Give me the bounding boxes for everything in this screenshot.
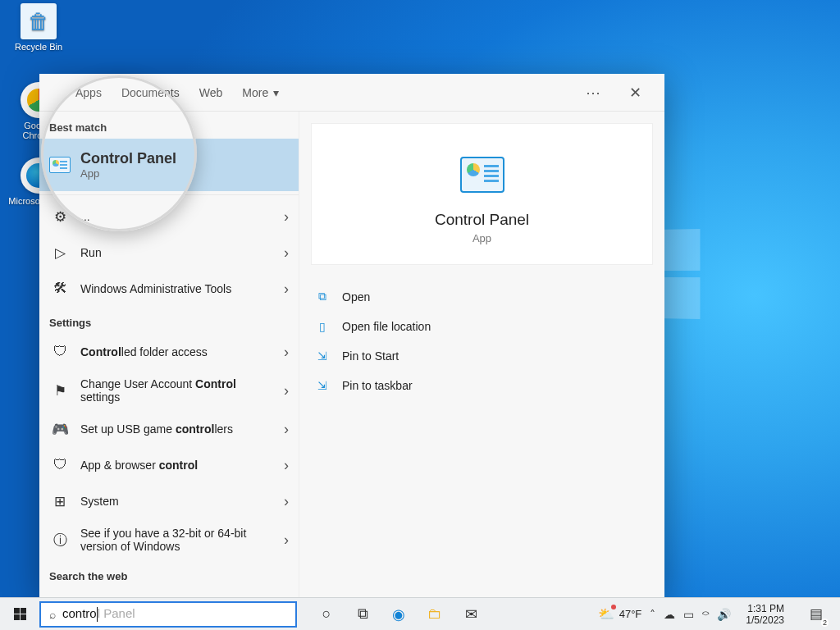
search-icon: ⌕ bbox=[49, 608, 56, 621]
result-app-run[interactable]: ▷ Run bbox=[39, 235, 299, 271]
taskbar-search-box[interactable]: ⌕ control Panel bbox=[39, 601, 297, 628]
close-button[interactable]: ✕ bbox=[622, 84, 648, 102]
preview-card: Control Panel App bbox=[311, 123, 653, 265]
tab-web[interactable]: Web bbox=[199, 74, 223, 112]
tray-network-icon[interactable]: ⌔ bbox=[702, 608, 709, 621]
tray-battery-icon[interactable]: ▭ bbox=[683, 608, 694, 621]
clock-date: 1/5/2023 bbox=[746, 614, 784, 626]
action-open-file-location[interactable]: ▯Open file location bbox=[311, 312, 653, 341]
action-pin-to-start[interactable]: ⇲Pin to Start bbox=[311, 341, 653, 371]
notification-badge: 2 bbox=[821, 619, 829, 627]
shield-icon: 🛡 bbox=[49, 341, 71, 363]
action-open[interactable]: ⧉Open bbox=[311, 281, 653, 312]
best-match-title: Control Panel bbox=[80, 150, 176, 167]
system-icon: ⊞ bbox=[49, 491, 71, 512]
chevron-right-icon bbox=[284, 457, 289, 474]
best-match-heading: Best match bbox=[39, 112, 299, 139]
result-setting[interactable]: 🎮 Set up USB game controllers bbox=[39, 411, 299, 447]
desktop-icon-recycle-bin[interactable]: Recycle Bin bbox=[8, 3, 69, 52]
tray-chevron-up-icon[interactable]: ˄ bbox=[650, 608, 655, 621]
taskbar-clock[interactable]: 1:31 PM 1/5/2023 bbox=[739, 603, 791, 626]
clock-time: 1:31 PM bbox=[746, 603, 784, 614]
control-panel-icon bbox=[49, 154, 71, 176]
chevron-right-icon bbox=[284, 344, 289, 361]
chevron-right-icon bbox=[284, 382, 289, 399]
more-options-button[interactable]: ⋯ bbox=[586, 84, 602, 102]
recycle-bin-icon bbox=[21, 3, 57, 39]
tab-documents[interactable]: Documents bbox=[121, 74, 180, 112]
desktop: Recycle Bin Gooost Chrome Microsoft Edge… bbox=[0, 0, 840, 630]
chevron-down-icon: ▾ bbox=[273, 86, 279, 99]
taskbar-task-view[interactable]: ⧉ bbox=[345, 598, 381, 630]
result-setting[interactable]: 🛡 App & browser control bbox=[39, 447, 299, 483]
start-button[interactable] bbox=[0, 598, 39, 630]
windows-logo-icon bbox=[14, 608, 26, 620]
result-setting[interactable]: 🛡 Controlled folder access bbox=[39, 334, 299, 370]
preview-title: Control Panel bbox=[336, 211, 628, 229]
chevron-right-icon bbox=[284, 421, 289, 438]
search-typed-text: contro bbox=[62, 606, 97, 620]
flag-icon: ⚑ bbox=[49, 380, 71, 401]
desktop-icon-label: Recycle Bin bbox=[8, 42, 69, 52]
result-setting[interactable]: ⚑ Change User Account Control settings bbox=[39, 370, 299, 411]
shield-icon: 🛡 bbox=[49, 454, 71, 476]
result-preview-pane: Control Panel App ⧉Open ▯Open file locat… bbox=[299, 112, 664, 597]
taskbar-weather[interactable]: ⛅ 47°F bbox=[598, 606, 642, 622]
tray-onedrive-icon[interactable]: ☁ bbox=[664, 608, 675, 621]
tools-icon: 🛠 bbox=[49, 278, 71, 299]
pin-icon: ⇲ bbox=[314, 349, 331, 363]
weather-temp: 47°F bbox=[619, 608, 642, 620]
chevron-right-icon bbox=[284, 493, 289, 510]
tab-more[interactable]: More▾ bbox=[242, 74, 279, 112]
result-setting-system[interactable]: ⊞ System bbox=[39, 483, 299, 519]
result-web[interactable]: ⌕ contro - See web results bbox=[39, 587, 299, 597]
action-center-button[interactable]: ▤ 2 bbox=[799, 598, 833, 630]
chevron-right-icon bbox=[284, 532, 289, 549]
taskbar-file-explorer[interactable]: 🗀 bbox=[417, 598, 453, 630]
tray-volume-icon[interactable]: 🔊 bbox=[717, 608, 731, 621]
action-pin-to-taskbar[interactable]: ⇲Pin to taskbar bbox=[311, 371, 653, 400]
result-best-match[interactable]: Control Panel App bbox=[39, 139, 299, 191]
settings-heading: Settings bbox=[39, 307, 299, 334]
taskbar-cortana[interactable]: ○ bbox=[308, 598, 345, 630]
run-icon: ▷ bbox=[49, 242, 71, 263]
search-web-heading: Search the web bbox=[39, 560, 299, 587]
chevron-right-icon bbox=[284, 244, 289, 262]
results-list: Best match Control Panel App ⚙ ... ▷ bbox=[39, 112, 299, 597]
controller-icon: 🎮 bbox=[49, 418, 71, 440]
chevron-right-icon bbox=[284, 281, 289, 298]
tab-apps[interactable]: Apps bbox=[75, 74, 102, 112]
open-icon: ⧉ bbox=[314, 290, 331, 304]
taskbar-mail[interactable]: ✉ bbox=[453, 598, 489, 630]
settings-icon: ⚙ bbox=[49, 206, 71, 227]
taskbar-edge[interactable]: ◉ bbox=[381, 598, 417, 630]
result-app-admin-tools[interactable]: 🛠 Windows Administrative Tools bbox=[39, 271, 299, 307]
best-match-subtitle: App bbox=[80, 167, 289, 180]
taskbar: ⌕ control Panel ○ ⧉ ◉ 🗀 ✉ ⛅ 47°F ˄ ☁ ▭ ⌔… bbox=[0, 597, 840, 630]
system-tray: ⛅ 47°F ˄ ☁ ▭ ⌔ 🔊 1:31 PM 1/5/2023 ▤ 2 bbox=[591, 598, 840, 630]
preview-subtitle: App bbox=[336, 232, 628, 244]
folder-icon: ▯ bbox=[314, 320, 331, 333]
pin-icon: ⇲ bbox=[314, 379, 331, 392]
start-search-panel: Apps Documents Web More▾ ⋯ ✕ Best match … bbox=[39, 74, 664, 597]
search-filter-tabs: Apps Documents Web More▾ ⋯ ✕ bbox=[39, 74, 664, 112]
weather-icon: ⛅ bbox=[598, 606, 614, 622]
info-icon: ⓘ bbox=[49, 529, 71, 550]
result-setting[interactable]: ⓘ See if you have a 32-bit or 64-bit ver… bbox=[39, 519, 299, 560]
result-app[interactable]: ⚙ ... bbox=[39, 199, 299, 235]
chevron-right-icon bbox=[284, 208, 289, 226]
search-suggestion-ghost: l Panel bbox=[98, 606, 135, 620]
control-panel-icon bbox=[460, 157, 504, 193]
